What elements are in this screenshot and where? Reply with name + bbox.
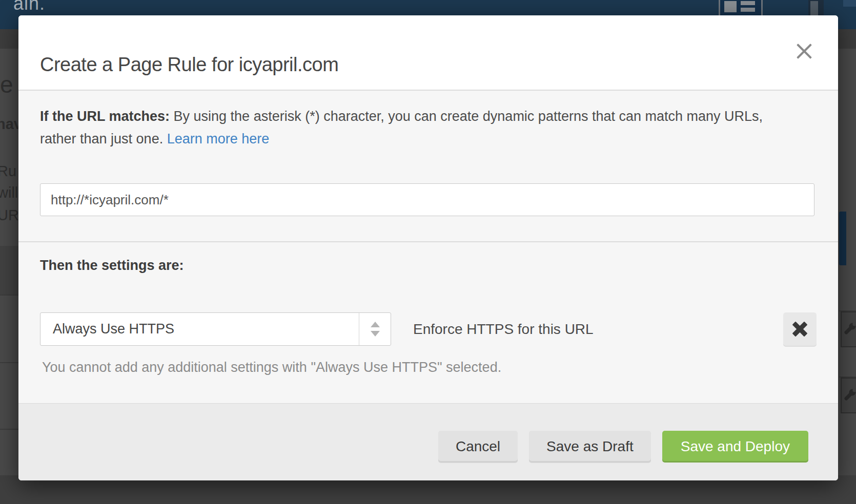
backdrop-rule-row-edge — [841, 377, 856, 413]
select-stepper-icon[interactable] — [359, 313, 391, 345]
learn-more-link[interactable]: Learn more here — [167, 131, 270, 146]
settings-section: Then the settings are: Always Use HTTPS … — [18, 242, 838, 402]
url-match-section: If the URL matches: By using the asteris… — [18, 91, 838, 242]
profile-icon — [843, 0, 856, 7]
save-as-draft-button[interactable]: Save as Draft — [529, 431, 651, 463]
backdrop-row-divider — [0, 429, 18, 430]
close-icon[interactable] — [794, 41, 814, 61]
modal-footer: Cancel Save as Draft Save and Deploy — [18, 403, 838, 480]
settings-heading: Then the settings are: — [40, 258, 184, 274]
create-page-rule-modal: Create a Page Rule for icyapril.com If t… — [18, 15, 838, 480]
backdrop-partial-text: Ru — [0, 163, 16, 180]
remove-setting-button[interactable] — [783, 312, 817, 346]
chevron-up-icon — [371, 322, 380, 327]
backdrop-partial-text: UR — [0, 207, 19, 224]
backdrop-blue-button-edge — [839, 212, 846, 265]
url-match-description: If the URL matches: By using the asteris… — [40, 105, 793, 150]
modal-title: Create a Page Rule for icyapril.com — [40, 54, 338, 76]
cancel-button[interactable]: Cancel — [438, 431, 518, 463]
settings-note: You cannot add any additional settings w… — [42, 360, 501, 375]
screen: e nav Ru will UR ain. Create a Page Rule… — [0, 0, 856, 504]
setting-select-value: Always Use HTTPS — [53, 313, 174, 345]
backdrop-row-divider — [0, 295, 18, 296]
setting-description: Enforce HTTPS for this URL — [413, 312, 594, 346]
setting-select[interactable]: Always Use HTTPS — [40, 312, 391, 346]
backdrop-partial-text: will — [0, 184, 18, 201]
backdrop-row-divider — [0, 362, 18, 363]
backdrop-topbar-partial-text: ain. — [13, 0, 45, 14]
modal-body: If the URL matches: By using the asteris… — [18, 91, 838, 403]
wrench-icon — [844, 322, 856, 337]
apps-icon — [808, 0, 824, 16]
news-icon — [719, 0, 763, 17]
wrench-icon — [844, 388, 856, 403]
url-pattern-input[interactable] — [40, 183, 814, 216]
backdrop-partial-text: e — [0, 71, 13, 98]
modal-header: Create a Page Rule for icyapril.com — [18, 15, 838, 91]
chevron-down-icon — [371, 331, 380, 337]
backdrop-rule-row-edge — [841, 311, 856, 347]
backdrop-left-band — [0, 246, 18, 295]
save-and-deploy-button[interactable]: Save and Deploy — [662, 431, 808, 463]
url-match-label: If the URL matches: — [40, 109, 170, 124]
